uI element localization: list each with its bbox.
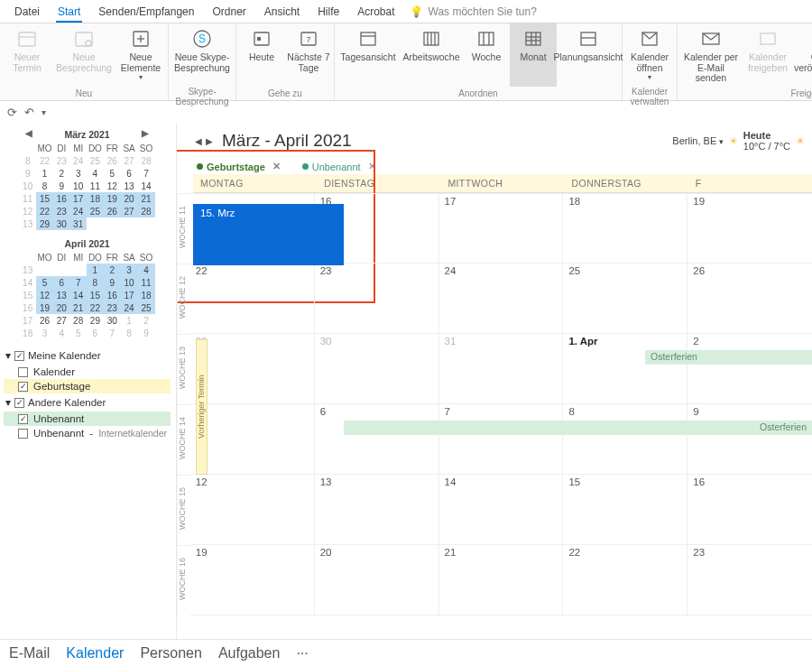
day-cell[interactable]: 22 (563, 545, 687, 615)
checkbox[interactable] (14, 398, 24, 408)
day-cell[interactable]: 19 (190, 545, 315, 615)
close-icon[interactable]: ✕ (368, 161, 376, 172)
week-number: WOCHE 13 (177, 334, 190, 404)
month-icon (521, 27, 546, 51)
month-view-button[interactable]: Monat (510, 23, 557, 87)
email-calendar-button[interactable]: Kalender per E-Mail senden (679, 23, 743, 87)
tab-start[interactable]: Start (49, 2, 89, 22)
week-view-button[interactable]: Woche (463, 23, 510, 87)
day-cell[interactable]: 9 (687, 404, 812, 475)
new-items-button[interactable]: Neue Elemente ▾ (115, 23, 166, 87)
ribbon-group-label: Neu (2, 88, 166, 100)
calendar-grid[interactable]: WOCHE 11 15. Mrz 16 17 18 19 WOCHE 12 22… (177, 193, 812, 615)
day-cell[interactable]: 24 (439, 264, 564, 334)
day-cell[interactable]: 14 (439, 475, 564, 545)
prev-period-button[interactable]: ◀ (193, 136, 204, 146)
day-cell[interactable]: 8 (563, 404, 687, 475)
tab-hilfe[interactable]: Hilfe (309, 2, 348, 22)
publish-online-button[interactable]: Online veröffentlichen ▾ (793, 23, 812, 87)
day-cell[interactable]: 26 (687, 264, 812, 334)
day-cell[interactable]: 5 (190, 404, 315, 475)
day-cell[interactable]: 18 (563, 193, 687, 264)
nav-email[interactable]: E-Mail (9, 645, 50, 661)
event-osterferien[interactable]: Osterferien (645, 350, 812, 365)
day-cell[interactable]: 23 (687, 545, 812, 615)
calendar-today-icon (249, 27, 274, 51)
calendar-item-geburtstage[interactable]: Geburtstage (4, 379, 171, 393)
nav-people[interactable]: Personen (140, 645, 202, 661)
nav-more-icon[interactable]: ∙∙∙ (296, 645, 308, 661)
checkbox[interactable] (18, 382, 28, 392)
undo-icon[interactable]: ↶ (24, 106, 34, 119)
day-cell[interactable]: 6 (315, 404, 439, 475)
calendar-tab-unbenannt[interactable]: Unbenannt✕ (299, 159, 380, 174)
week-number: WOCHE 16 (177, 545, 190, 615)
calendar-icon (14, 27, 40, 51)
selected-day-event[interactable]: 15. Mrz (193, 204, 344, 265)
weather-widget[interactable]: Berlin, BE ☀ Heute10°C / 7°C ☀ (672, 130, 805, 152)
day-cell[interactable]: 13 (315, 475, 439, 545)
workweek-view-button[interactable]: Arbeitswoche (400, 23, 463, 87)
day-cell[interactable]: 20 (315, 545, 439, 615)
next-period-button[interactable]: ▶ (204, 136, 215, 146)
close-icon[interactable]: ✕ (272, 161, 281, 172)
sun-icon: ☀ (796, 135, 805, 147)
calendar-item-kalender[interactable]: Kalender (4, 365, 171, 379)
svg-rect-27 (581, 32, 595, 45)
svg-rect-10 (257, 37, 261, 41)
calendar-title: März - April 2021 (222, 131, 352, 151)
next-month-icon[interactable]: ▶ (142, 128, 149, 138)
open-calendar-button[interactable]: Kalender öffnen ▾ (624, 23, 675, 87)
prev-month-icon[interactable]: ◀ (25, 128, 32, 138)
today-button[interactable]: Heute (238, 23, 285, 87)
previous-appointment-handle[interactable]: Vorheriger Termin (196, 339, 208, 475)
calendar-list: ▾Meine Kalender Kalender Geburtstage ▾An… (4, 347, 171, 440)
svg-rect-2 (76, 32, 92, 46)
lightbulb-icon: 💡 (410, 5, 423, 18)
tab-senden[interactable]: Senden/Empfangen (89, 2, 203, 22)
nav-tasks[interactable]: Aufgaben (218, 645, 281, 661)
checkbox[interactable] (18, 414, 28, 424)
refresh-icon[interactable]: ⟳ (7, 106, 17, 119)
tab-datei[interactable]: Datei (5, 2, 49, 22)
day-cell[interactable]: 29 (190, 334, 315, 404)
tell-me-input[interactable]: Was möchten Sie tun? (429, 5, 537, 18)
day-cell[interactable]: 15 (563, 475, 687, 545)
day-cell[interactable]: 7 (439, 404, 564, 475)
day-cell[interactable]: 12 (190, 475, 315, 545)
day-cell[interactable]: 17 (439, 193, 564, 264)
day-cell[interactable]: 30 (315, 334, 439, 404)
next7days-button[interactable]: 7 Nächste 7 Tage (285, 23, 332, 87)
more-icon[interactable]: ▾ (42, 107, 46, 117)
checkbox[interactable] (18, 429, 28, 439)
skype-icon: S (189, 27, 215, 51)
my-calendars-section[interactable]: ▾Meine Kalender (4, 347, 171, 365)
checkbox[interactable] (18, 367, 28, 377)
day-cell[interactable]: 23 (315, 264, 439, 334)
day-cell[interactable]: 22 (190, 264, 315, 334)
schedule-view-button[interactable]: Planungsansicht (557, 23, 620, 87)
tab-ordner[interactable]: Ordner (203, 2, 254, 22)
day-cell[interactable]: 25 (563, 264, 687, 334)
calendar-item-unbenannt[interactable]: Unbenannt (4, 412, 171, 426)
nav-bar: E-Mail Kalender Personen Aufgaben ∙∙∙ (0, 639, 812, 666)
day-header-row: MONTAG DIENSTAG MITTWOCH DONNERSTAG F (193, 174, 812, 193)
calendar-item-internet[interactable]: Unbenannt - Internetkalender (4, 426, 171, 440)
day-cell[interactable]: 2 (687, 334, 812, 404)
tab-acrobat[interactable]: Acrobat (348, 2, 403, 22)
checkbox[interactable] (14, 351, 24, 361)
day-cell[interactable]: 31 (439, 334, 564, 404)
day-cell[interactable]: 16 (687, 475, 812, 545)
tab-ansicht[interactable]: Ansicht (255, 2, 309, 22)
day-cell[interactable]: 19 (687, 193, 812, 264)
nav-calendar[interactable]: Kalender (66, 645, 124, 661)
other-calendars-section[interactable]: ▾Andere Kalender (4, 393, 171, 412)
day-cell[interactable]: 1. Apr (563, 334, 687, 404)
calendar-people-icon (71, 27, 97, 51)
day-cell[interactable]: 21 (439, 545, 564, 615)
day-view-button[interactable]: Tagesansicht (337, 23, 400, 87)
skype-meeting-button[interactable]: S Neue Skype-Besprechung (171, 23, 234, 87)
calendar-tab-geburtstage[interactable]: Geburtstage✕ (193, 159, 284, 174)
minicalendar-march[interactable]: ◀März 2021▶ MODIMIDOFRSASO 8222324252627… (4, 126, 171, 339)
event-osterferien[interactable]: Osterferien (344, 421, 812, 435)
